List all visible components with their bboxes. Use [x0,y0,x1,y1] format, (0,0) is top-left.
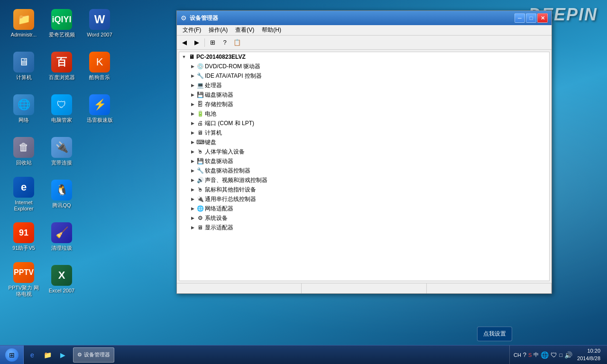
back-button[interactable]: ◀ [179,37,190,48]
expander-0[interactable]: ▶ [189,63,196,70]
properties-button[interactable]: 📋 [231,37,243,48]
icon-word2007[interactable]: W Word 2007 [81,2,119,45]
expander-8[interactable]: ▶ [189,138,196,146]
expander-12[interactable]: ▶ [189,176,196,184]
start-button[interactable]: ⊞ [0,346,24,364]
notify-bubble[interactable]: 点我设置 [477,327,512,341]
tree-item-11[interactable]: ▶ 🔧 软盘驱动器控制器 [179,166,549,175]
icon-broadband[interactable]: 🔌 宽带连接 [43,130,81,173]
expander-10[interactable]: ▶ [189,157,196,165]
menu-help[interactable]: 帮助(H) [258,25,285,35]
expander-9[interactable]: ▶ [189,148,196,155]
icon-pptv[interactable]: PPTV PPTV聚力 网络电视 [5,258,43,301]
tree-item-16[interactable]: ▶ ⚙ 系统设备 [179,213,549,223]
tray-display[interactable]: □ [559,352,562,358]
icon-ide: 🔧 [196,72,204,80]
ie-icon: e [13,177,34,198]
expander-14[interactable]: ▶ [189,195,196,203]
icon-computer2: 🖥 [196,129,204,136]
tray-network[interactable]: 🌐 [541,351,549,359]
tree-item-7[interactable]: ▶ 🖥 计算机 [179,128,549,137]
tray-sogou[interactable]: S [528,352,532,358]
expander-15[interactable]: ▶ [189,205,196,212]
icon-disk: 💾 [196,91,204,99]
icon-recycle[interactable]: 🗑 回收站 [5,130,43,173]
minimize-button[interactable]: ─ [515,13,525,23]
close-button[interactable]: ✕ [537,13,548,23]
tray-volume[interactable]: 🔊 [564,351,572,359]
tree-item-14[interactable]: ▶ 🔌 通用串行总线控制器 [179,194,549,204]
icon-usb: 🔌 [196,195,204,203]
tree-item-6[interactable]: ▶ 🖨 端口 (COM 和 LPT) [179,118,549,128]
toolbar: ◀ ▶ ⊞ ? 📋 [177,36,552,50]
toolbar-separator-1 [204,38,205,47]
quick-ie[interactable]: e [26,348,39,362]
icon-music[interactable]: K 酷狗音乐 [81,45,119,88]
desktop: DEEPIN 📁 Administr... iQIYI 爱奇艺视频 W Word… [0,0,607,364]
expander-4[interactable]: ▶ [189,100,196,108]
label-floppy-ctrl: 软盘驱动器控制器 [205,167,250,175]
icon-network2: 🌐 [196,205,204,212]
icon-computer[interactable]: 🖥 计算机 [5,45,43,88]
tray-security[interactable]: 🛡 [551,351,557,359]
tree-item-4[interactable]: ▶ 🗄 存储控制器 [179,100,549,109]
tree-root[interactable]: ▼ 🖥 PC-20140823ELVZ [179,52,549,62]
taskbar-devmgr[interactable]: ⚙ 设备管理器 [73,347,114,363]
icon-clean[interactable]: 🧹 清理垃圾 [43,216,81,258]
menu-file[interactable]: 文件(F) [179,25,205,35]
tree-item-15[interactable]: ▶ 🌐 网络适配器 [179,204,549,213]
tree-item-17[interactable]: ▶ 🖥 显示适配器 [179,223,549,232]
baidu-icon: 百 [51,52,72,73]
forward-button[interactable]: ▶ [191,37,202,48]
qq-label: 腾讯QQ [52,202,71,209]
icon-excel[interactable]: X Excel 2007 [43,258,81,301]
expander-3[interactable]: ▶ [189,91,196,99]
expander-11[interactable]: ▶ [189,167,196,174]
icon-qq[interactable]: 🐧 腾讯QQ [43,173,81,216]
root-expander[interactable]: ▼ [180,53,188,61]
tree-item-3[interactable]: ▶ 💾 磁盘驱动器 [179,90,549,100]
expander-2[interactable]: ▶ [189,82,196,89]
help-button[interactable]: ? [219,37,230,48]
menu-view[interactable]: 查看(V) [231,25,258,35]
tree-item-1[interactable]: ▶ 🔧 IDE ATA/ATAPI 控制器 [179,71,549,81]
tree-item-0[interactable]: ▶ 💿 DVD/CD-ROM 驱动器 [179,62,549,71]
maximize-button[interactable]: □ [526,13,536,23]
icon-baidu[interactable]: 百 百度浏览器 [43,45,81,88]
menu-action[interactable]: 操作(A) [205,25,231,35]
tree-item-10[interactable]: ▶ 💾 软盘驱动器 [179,156,549,166]
icon-administrator[interactable]: 📁 Administr... [5,2,43,45]
show-devices-button[interactable]: ⊞ [207,37,218,48]
icon-xunlei[interactable]: ⚡ 迅雷极速版 [81,88,119,130]
start-orb: ⊞ [5,348,18,362]
tree-item-9[interactable]: ▶ 🖱 人体学输入设备 [179,147,549,156]
tree-item-12[interactable]: ▶ 🔊 声音、视频和游戏控制器 [179,175,549,185]
tree-item-13[interactable]: ▶ 🖱 鼠标和其他指针设备 [179,185,549,194]
icon-91[interactable]: 91 91助手V5 [5,216,43,258]
tray-lang[interactable]: CH [514,352,521,358]
expander-17[interactable]: ▶ [189,224,196,231]
icon-mouse: 🖱 [196,186,204,193]
icon-pcmanager[interactable]: 🛡 电脑管家 [43,88,81,130]
icon-network[interactable]: 🌐 网络 [5,88,43,130]
label-dvd: DVD/CD-ROM 驱动器 [205,63,260,71]
tree-item-8[interactable]: ▶ ⌨ 键盘 [179,137,549,147]
tray-lang2[interactable]: 中 [533,351,539,358]
expander-1[interactable]: ▶ [189,72,196,80]
menubar: 文件(F) 操作(A) 查看(V) 帮助(H) [177,25,552,36]
tree-item-2[interactable]: ▶ 💻 处理器 [179,81,549,90]
quick-media[interactable]: ▶ [56,348,69,362]
tree-item-5[interactable]: ▶ 🔋 电池 [179,109,549,118]
root-label: PC-20140823ELVZ [196,54,246,60]
expander-16[interactable]: ▶ [189,214,196,222]
tray-help[interactable]: ? [523,351,526,358]
expander-5[interactable]: ▶ [189,110,196,118]
icon-iqiyi[interactable]: iQIYI 爱奇艺视频 [43,2,81,45]
icon-ie[interactable]: e Internet Explorer [5,173,43,216]
expander-7[interactable]: ▶ [189,129,196,136]
expander-13[interactable]: ▶ [189,186,196,193]
clean-icon: 🧹 [51,222,72,243]
quick-explorer[interactable]: 📁 [41,348,54,362]
expander-6[interactable]: ▶ [189,119,196,127]
device-tree-panel[interactable]: ▼ 🖥 PC-20140823ELVZ ▶ 💿 DVD/CD-ROM 驱动器 ▶… [179,52,550,281]
